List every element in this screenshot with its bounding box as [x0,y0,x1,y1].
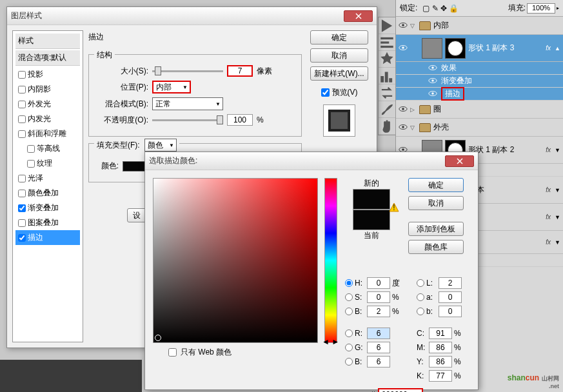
expand-icon[interactable]: ▽ [410,124,417,131]
fx-badge[interactable]: fx [546,44,551,52]
visibility-icon[interactable] [428,77,437,86]
checkbox[interactable] [18,219,26,227]
layer-group-shell[interactable]: ▽ 外壳 [396,119,563,137]
bb-input[interactable] [367,356,390,368]
fx-stroke[interactable]: 描边 [396,88,563,101]
dialog-titlebar[interactable]: 选取描边颜色: [145,152,478,170]
c-input[interactable] [429,328,452,339]
styles-header[interactable]: 样式 [15,34,80,49]
style-texture[interactable]: 纹理 [15,156,80,171]
opacity-input[interactable] [227,114,253,126]
tool-brush-icon[interactable] [379,101,395,118]
bb-radio[interactable] [345,358,353,366]
close-button[interactable] [344,10,373,22]
fx-effects[interactable]: 效果 [396,62,563,75]
checkbox[interactable] [18,71,26,79]
fx-expand-icon[interactable]: ▼ [555,239,560,246]
opacity-slider[interactable] [152,119,223,121]
close-button[interactable] [445,155,474,167]
s-radio[interactable] [345,293,353,301]
checkbox[interactable] [27,145,35,153]
checkbox[interactable] [18,101,26,108]
g-radio[interactable] [345,344,353,351]
visibility-icon[interactable] [428,90,437,99]
style-color-overlay[interactable]: 颜色叠加 [15,186,80,201]
tool-arrow-icon[interactable] [379,17,395,34]
hue-slider[interactable]: ◄ ► [324,178,337,343]
visibility-icon[interactable] [399,105,408,114]
style-inner-shadow[interactable]: 内阴影 [15,82,80,97]
fill-value[interactable]: 100% [527,3,555,14]
expand-icon[interactable]: ▷ [410,106,417,113]
checkbox[interactable] [321,88,330,97]
style-inner-glow[interactable]: 内发光 [15,112,80,126]
preview-checkbox[interactable]: 预览(V) [321,87,358,98]
style-gradient-overlay[interactable]: 渐变叠加 [15,201,80,215]
warning-icon[interactable]: ! [389,202,399,213]
checkbox[interactable] [18,130,26,138]
cancel-button[interactable]: 取消 [408,196,464,210]
a-input[interactable] [439,291,462,303]
fx-badge[interactable]: fx [546,239,551,246]
visibility-icon[interactable] [428,64,437,73]
tool-histogram-icon[interactable] [379,68,395,84]
style-outer-glow[interactable]: 外发光 [15,97,80,112]
h-input[interactable] [367,277,390,289]
blend-dropdown[interactable]: 正常 [152,97,223,110]
web-only-checkbox[interactable] [168,348,177,357]
new-style-button[interactable]: 新建样式(W)... [310,66,368,81]
add-swatch-button[interactable]: 添加到色板 [408,222,464,236]
color-field[interactable] [153,178,318,343]
style-drop-shadow[interactable]: 投影 [15,67,80,82]
l-radio[interactable] [417,279,424,287]
layer-group-ring[interactable]: ▷ 圈 [396,101,563,119]
tool-star-icon[interactable] [379,51,395,68]
style-pattern-overlay[interactable]: 图案叠加 [15,215,80,230]
size-input[interactable] [227,65,253,77]
fx-expand-icon[interactable]: ▲ [555,45,560,52]
r-radio[interactable] [345,329,353,337]
tool-swap-icon[interactable] [379,84,395,101]
ok-button[interactable]: 确定 [408,178,464,192]
expand-icon[interactable]: ▽ [410,23,417,29]
layer-shape1-copy3[interactable]: 形状 1 副本 3 fx ▲ [396,35,563,62]
checkbox[interactable] [18,204,26,212]
fill-dropdown-icon[interactable]: ▸ [557,5,559,11]
style-satin[interactable]: 光泽 [15,171,80,186]
dialog-titlebar[interactable]: 图层样式 [7,7,377,25]
checkbox[interactable] [18,175,26,182]
current-color-swatch[interactable] [353,210,390,230]
s-input[interactable] [367,291,390,303]
a-radio[interactable] [417,293,424,301]
l-input[interactable] [439,277,462,289]
k-input[interactable] [429,370,452,382]
checkbox[interactable] [18,86,26,93]
checkbox[interactable] [18,115,26,123]
lock-icons[interactable]: ▢ ✎ ✥ 🔒 [422,4,459,13]
fx-badge[interactable]: fx [546,213,551,220]
blend-options-item[interactable]: 混合选项:默认 [15,50,80,66]
color-lib-button[interactable]: 颜色库 [408,240,464,254]
m-input[interactable] [429,342,452,353]
fx-badge[interactable]: fx [546,146,551,153]
fx-expand-icon[interactable]: ▼ [555,147,560,153]
tool-align-icon[interactable] [379,34,395,51]
cancel-button[interactable]: 取消 [310,48,368,63]
layer-group-inner[interactable]: ▽ 内部 [396,17,563,35]
fx-gradient-overlay[interactable]: 渐变叠加 [396,75,563,88]
set-default-button[interactable]: 设 [127,208,146,222]
g-input[interactable] [367,342,390,353]
hex-input[interactable] [378,388,423,392]
y-input[interactable] [429,356,452,368]
visibility-icon[interactable] [399,21,408,30]
style-contour[interactable]: 等高线 [15,141,80,156]
ok-button[interactable]: 确定 [310,30,368,44]
style-stroke[interactable]: 描边 [15,230,80,245]
style-bevel[interactable]: 斜面和浮雕 [15,126,80,141]
h-radio[interactable] [345,279,353,287]
position-dropdown[interactable]: 内部 [152,81,191,93]
visibility-icon[interactable] [399,44,408,53]
b-input[interactable] [367,306,390,317]
r-input[interactable] [367,328,390,339]
checkbox[interactable] [18,190,26,197]
